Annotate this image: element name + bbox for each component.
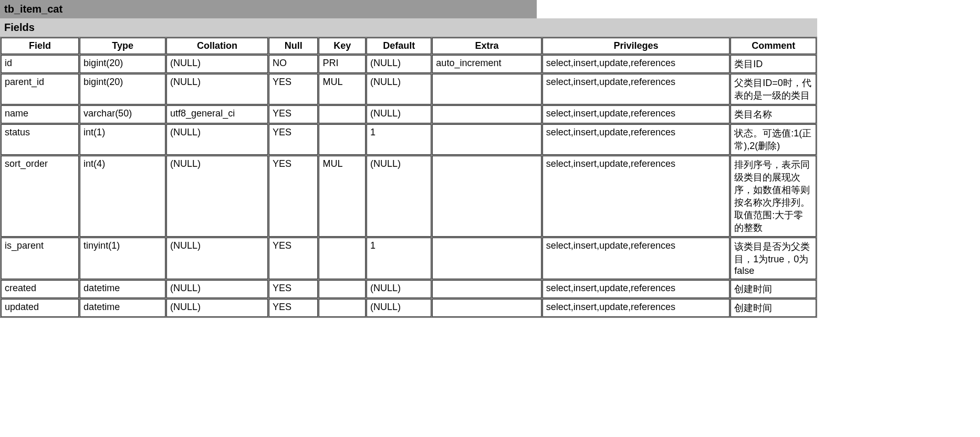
cell-field: sort_order [1, 156, 79, 237]
cell-default: (NULL) [367, 55, 431, 73]
cell-key [319, 299, 366, 317]
cell-collation: (NULL) [166, 238, 268, 279]
cell-extra [432, 238, 541, 279]
header-collation: Collation [166, 38, 268, 54]
cell-privileges: select,insert,update,references [543, 55, 730, 73]
cell-default: (NULL) [367, 299, 431, 317]
cell-field: id [1, 55, 79, 73]
cell-null: YES [269, 105, 318, 123]
table-row: parent_idbigint(20)(NULL)YESMUL(NULL)sel… [1, 74, 816, 104]
cell-collation: (NULL) [166, 124, 268, 155]
cell-extra [432, 280, 541, 298]
cell-collation: (NULL) [166, 156, 268, 237]
cell-privileges: select,insert,update,references [543, 156, 730, 237]
header-type: Type [80, 38, 165, 54]
header-row: Field Type Collation Null Key Default Ex… [1, 38, 816, 54]
cell-null: YES [269, 238, 318, 279]
cell-comment: 创建时间 [731, 280, 816, 298]
table-row: updateddatetime(NULL)YES(NULL)select,ins… [1, 299, 816, 317]
table-row: createddatetime(NULL)YES(NULL)select,ins… [1, 280, 816, 298]
cell-type: varchar(50) [80, 105, 165, 123]
cell-default: (NULL) [367, 280, 431, 298]
section-header: Fields [0, 18, 817, 37]
fields-table: Field Type Collation Null Key Default Ex… [0, 37, 817, 318]
cell-key: MUL [319, 156, 366, 237]
cell-key [319, 105, 366, 123]
cell-comment: 排列序号，表示同级类目的展现次序，如数值相等则按名称次序排列。取值范围:大于零的… [731, 156, 816, 237]
table-row: is_parenttinyint(1)(NULL)YES1select,inse… [1, 238, 816, 279]
cell-privileges: select,insert,update,references [543, 124, 730, 155]
cell-type: int(1) [80, 124, 165, 155]
cell-comment: 创建时间 [731, 299, 816, 317]
cell-extra [432, 156, 541, 237]
cell-privileges: select,insert,update,references [543, 74, 730, 104]
header-null: Null [269, 38, 318, 54]
cell-type: bigint(20) [80, 55, 165, 73]
table-row: namevarchar(50)utf8_general_ciYES(NULL)s… [1, 105, 816, 123]
cell-extra [432, 74, 541, 104]
header-comment: Comment [731, 38, 816, 54]
header-field: Field [1, 38, 79, 54]
table-row: idbigint(20)(NULL)NOPRI(NULL)auto_increm… [1, 55, 816, 73]
cell-extra [432, 105, 541, 123]
cell-default: (NULL) [367, 156, 431, 237]
cell-field: parent_id [1, 74, 79, 104]
cell-key [319, 124, 366, 155]
table-title: tb_item_cat [0, 0, 537, 18]
cell-default: 1 [367, 238, 431, 279]
cell-null: YES [269, 74, 318, 104]
cell-field: status [1, 124, 79, 155]
cell-type: bigint(20) [80, 74, 165, 104]
cell-extra [432, 299, 541, 317]
cell-type: datetime [80, 299, 165, 317]
cell-null: YES [269, 124, 318, 155]
cell-null: YES [269, 156, 318, 237]
cell-comment: 类目ID [731, 55, 816, 73]
header-privileges: Privileges [543, 38, 730, 54]
cell-field: created [1, 280, 79, 298]
cell-privileges: select,insert,update,references [543, 280, 730, 298]
cell-extra: auto_increment [432, 55, 541, 73]
cell-collation: (NULL) [166, 299, 268, 317]
cell-null: YES [269, 280, 318, 298]
cell-null: YES [269, 299, 318, 317]
cell-key [319, 280, 366, 298]
cell-null: NO [269, 55, 318, 73]
table-row: statusint(1)(NULL)YES1select,insert,upda… [1, 124, 816, 155]
cell-privileges: select,insert,update,references [543, 299, 730, 317]
cell-comment: 状态。可选值:1(正常),2(删除) [731, 124, 816, 155]
cell-privileges: select,insert,update,references [543, 238, 730, 279]
cell-type: int(4) [80, 156, 165, 237]
cell-comment: 类目名称 [731, 105, 816, 123]
header-key: Key [319, 38, 366, 54]
cell-default: (NULL) [367, 74, 431, 104]
cell-type: datetime [80, 280, 165, 298]
header-extra: Extra [432, 38, 541, 54]
cell-key [319, 238, 366, 279]
cell-default: (NULL) [367, 105, 431, 123]
table-row: sort_orderint(4)(NULL)YESMUL(NULL)select… [1, 156, 816, 237]
cell-comment: 该类目是否为父类目，1为true，0为false [731, 238, 816, 279]
cell-comment: 父类目ID=0时，代表的是一级的类目 [731, 74, 816, 104]
cell-default: 1 [367, 124, 431, 155]
header-default: Default [367, 38, 431, 54]
cell-field: name [1, 105, 79, 123]
cell-privileges: select,insert,update,references [543, 105, 730, 123]
cell-extra [432, 124, 541, 155]
cell-type: tinyint(1) [80, 238, 165, 279]
cell-collation: (NULL) [166, 280, 268, 298]
cell-key: MUL [319, 74, 366, 104]
cell-collation: (NULL) [166, 74, 268, 104]
cell-collation: utf8_general_ci [166, 105, 268, 123]
cell-collation: (NULL) [166, 55, 268, 73]
cell-field: updated [1, 299, 79, 317]
cell-field: is_parent [1, 238, 79, 279]
cell-key: PRI [319, 55, 366, 73]
